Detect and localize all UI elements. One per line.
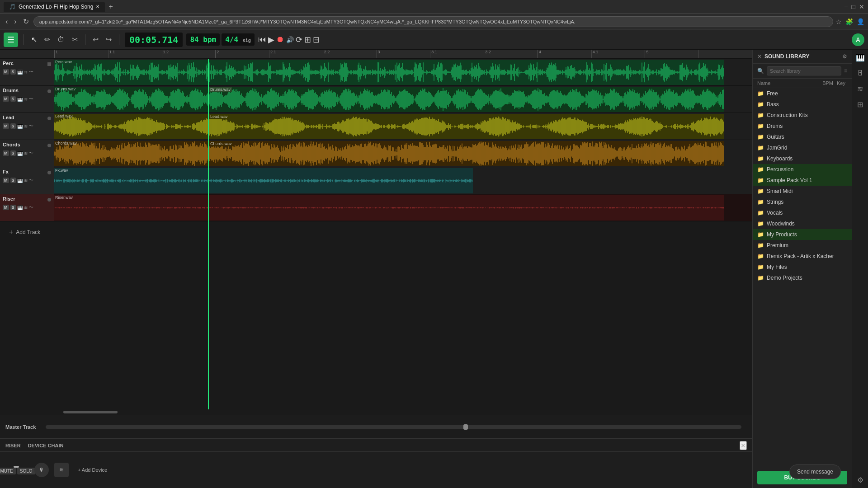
perc-fx-icon[interactable]: ≋ (24, 70, 28, 75)
riser-instrument-icon[interactable]: 🎹 (17, 205, 23, 210)
profile-icon[interactable]: 👤 (857, 18, 864, 25)
lib-item-smart-midi[interactable]: 📁 Smart Midi (753, 186, 852, 197)
library-settings-btn[interactable]: ⚙ (842, 53, 847, 60)
master-slider-thumb[interactable] (463, 424, 468, 430)
riser-mic-btn[interactable]: 🎙 (34, 463, 49, 477)
settings-strip-icon[interactable]: ⚙ (857, 476, 863, 484)
riser-eq-btn[interactable]: ≋ (54, 463, 69, 477)
reload-btn[interactable]: ↻ (21, 16, 31, 27)
minimize-btn[interactable]: − (844, 3, 848, 10)
back-btn[interactable]: ‹ (4, 17, 9, 27)
lib-item-my-products[interactable]: 📁 My Products (753, 229, 852, 240)
lib-item-free[interactable]: 📁 Free (753, 88, 852, 99)
user-avatar[interactable]: A (852, 33, 864, 46)
track-lane-fx[interactable]: Fx.wav (54, 167, 752, 194)
drums-automation-icon[interactable]: 〜 (29, 96, 33, 102)
lib-item-my-files[interactable]: 📁 My Files (753, 262, 852, 272)
drums-mute-btn[interactable]: M (3, 96, 9, 102)
riser-bottom-solo-btn[interactable]: SOLO (17, 468, 35, 474)
cut-tool-btn[interactable]: ✂ (70, 33, 80, 46)
plugin-icon[interactable]: ⊞ (857, 100, 863, 109)
horizontal-scrollbar[interactable] (0, 409, 752, 415)
add-track-area[interactable]: + Add Track (0, 221, 752, 243)
perc-automation-icon[interactable]: 〜 (29, 69, 33, 75)
undo-btn[interactable]: ↩ (91, 33, 100, 46)
bookmark-icon[interactable]: ☆ (836, 18, 842, 25)
lib-item-keyboards[interactable]: 📁 Keyboards (753, 153, 852, 164)
chords-fx-icon[interactable]: ≋ (24, 151, 28, 156)
close-btn[interactable]: ✕ (859, 3, 864, 10)
lib-item-remix-pack[interactable]: 📁 Remix Pack - Artik x Kacher (753, 251, 852, 262)
perc-mute-btn[interactable]: M (3, 69, 9, 75)
riser-fader-thumb[interactable] (14, 466, 19, 468)
perc-solo-btn[interactable]: S (10, 69, 16, 75)
track-lane-perc[interactable]: Perc.wav (54, 59, 752, 85)
drums-knob[interactable] (47, 89, 51, 93)
play-btn[interactable]: ▶ (268, 35, 274, 45)
select-tool-btn[interactable]: ↖ (29, 33, 39, 46)
redo-btn[interactable]: ↪ (104, 33, 113, 46)
menu-button[interactable]: ☰ (4, 33, 18, 47)
fx-instrument-icon[interactable]: 🎹 (17, 178, 23, 183)
forward-btn[interactable]: › (12, 17, 18, 27)
riser-mute-btn[interactable]: M (3, 205, 9, 210)
grid-btn[interactable]: ⊟ (313, 35, 320, 45)
chords-instrument-icon[interactable]: 🎹 (17, 151, 23, 156)
lib-item-guitars[interactable]: 📁 Guitars (753, 131, 852, 142)
riser-automation-icon[interactable]: 〜 (29, 204, 33, 211)
track-lane-lead[interactable]: Lead.wav Lead.wav (54, 113, 752, 140)
lib-item-drums[interactable]: 📁 Drums (753, 121, 852, 131)
lib-item-premium[interactable]: 📁 Premium (753, 240, 852, 251)
pencil-tool-btn[interactable]: ✏ (42, 33, 52, 46)
loop-btn[interactable]: ⟳ (296, 35, 302, 45)
drums-solo-btn[interactable]: S (10, 96, 16, 102)
fx-mute-btn[interactable]: M (3, 178, 9, 183)
record-btn[interactable]: ⏺ (276, 35, 284, 44)
time-tool-btn[interactable]: ⏱ (56, 34, 66, 46)
lib-item-jamgrid[interactable]: 📁 JamGrid (753, 142, 852, 153)
send-message-btn[interactable]: Send message (789, 465, 841, 479)
fx-knob[interactable] (47, 171, 51, 174)
restore-btn[interactable]: □ (852, 3, 855, 10)
lead-fx-icon[interactable]: ≋ (24, 124, 28, 129)
chords-mute-btn[interactable]: M (3, 150, 9, 156)
bottom-panel-close-btn[interactable]: ✕ (740, 441, 747, 450)
eq-icon[interactable]: ≋ (857, 84, 863, 93)
lib-item-sample-pack-vol1[interactable]: 📁 Sample Pack Vol 1 (753, 175, 852, 186)
lead-mute-btn[interactable]: M (3, 123, 9, 129)
perc-knob[interactable] (47, 62, 51, 66)
lib-item-percussion[interactable]: 📁 Percussion (753, 164, 852, 175)
perc-instrument-icon[interactable]: 🎹 (17, 70, 23, 75)
drums-fx-icon[interactable]: ≋ (24, 97, 28, 102)
master-volume-slider[interactable] (46, 425, 741, 429)
chords-automation-icon[interactable]: 〜 (29, 150, 33, 156)
address-input[interactable] (33, 16, 833, 27)
tab-close-btn[interactable]: ✕ (96, 4, 99, 9)
fx-fx-icon[interactable]: ≋ (24, 178, 28, 183)
riser-solo-btn[interactable]: S (10, 205, 16, 210)
track-lane-chords[interactable]: Chords.wav Chords.wav (54, 140, 752, 167)
drums-instrument-icon[interactable]: 🎹 (17, 97, 23, 102)
mixer-icon[interactable]: 🎚 (857, 69, 864, 77)
tracks-container[interactable]: Perc M S 🎹 ≋ 〜 (0, 59, 752, 409)
track-lane-riser[interactable]: Riser.wav (54, 194, 752, 221)
riser-knob[interactable] (47, 198, 51, 202)
lib-item-bass[interactable]: 📁 Bass (753, 99, 852, 110)
lib-item-vocals[interactable]: 📁 Vocals (753, 207, 852, 218)
chords-knob[interactable] (47, 144, 51, 147)
active-tab[interactable]: 🎵 Generated Lo-Fi Hip Hop Song ✕ (4, 2, 105, 12)
extension-icon[interactable]: 🧩 (845, 18, 853, 25)
volume-icon[interactable]: 🔊 (286, 36, 294, 43)
lead-automation-icon[interactable]: 〜 (29, 123, 33, 129)
fx-automation-icon[interactable]: 〜 (29, 177, 33, 183)
scroll-track[interactable] (54, 409, 752, 415)
chords-solo-btn[interactable]: S (10, 150, 16, 156)
riser-bottom-mute-btn[interactable]: MUTE (0, 468, 16, 474)
rewind-btn[interactable]: ⏮ (258, 35, 266, 44)
lead-solo-btn[interactable]: S (10, 123, 16, 129)
library-filter-btn[interactable]: ≡ (844, 68, 847, 74)
library-search-input[interactable] (767, 66, 841, 75)
library-close-btn[interactable]: ✕ (757, 53, 762, 60)
lead-knob[interactable] (47, 117, 51, 120)
piano-roll-icon[interactable]: 🎹 (856, 53, 865, 62)
